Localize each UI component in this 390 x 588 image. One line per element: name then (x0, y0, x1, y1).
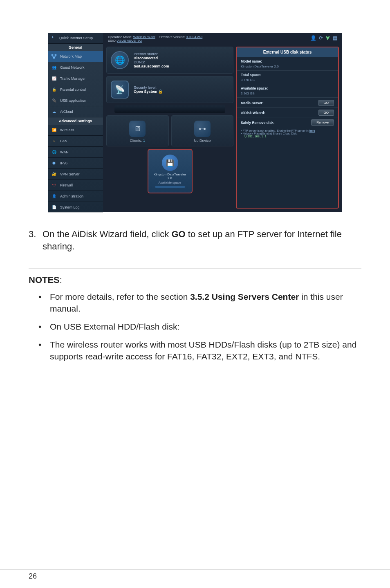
panel-notes: FTP server is not enabled. Enable the FT… (237, 127, 338, 141)
sidebar-item-usb-application[interactable]: 🔌 USB application (48, 95, 103, 106)
usb-device-tile[interactable]: 💾 Kingston DataTraveler 2.0 Available sp… (148, 149, 193, 193)
traffic-icon: 📈 (51, 76, 57, 81)
topbar-info: Operation Mode: Wireless router Firmware… (108, 35, 202, 43)
ssid-label: SSID: (108, 39, 117, 43)
sidebar-item-label: System Log (60, 205, 80, 209)
avail-row: Available space: (237, 84, 338, 92)
aidisk-label: AiDisk Wizard: (241, 111, 265, 115)
page-number: 26 (29, 572, 37, 581)
notes-list: For more details, refer to the section 3… (38, 291, 361, 362)
samba-note: Network Place(Samba) Share / Cloud Disk: (241, 132, 334, 135)
ftp-here-link[interactable]: here (309, 129, 315, 132)
network-icon (51, 54, 57, 59)
step-3: 3. On the AiDisk Wizard field, click GO … (29, 228, 361, 252)
language-icon[interactable]: ⮟ (325, 35, 330, 41)
separator-top (29, 269, 361, 269)
sidebar-item-label: LAN (60, 139, 67, 143)
sidebar: ✦ Quick Internet Setup General Network M… (48, 33, 103, 212)
ddns-label: DDNS: (134, 60, 229, 64)
note-3: The wireless router works with most USB … (38, 339, 361, 362)
avail-label: Available space: (241, 86, 268, 90)
external-usb-panel: External USB disk status Model name: Kin… (236, 47, 339, 209)
sidebar-item-firewall[interactable]: 🛡 Firewall (48, 180, 103, 191)
sidebar-item-guest-network[interactable]: 👥 Guest Network (48, 62, 103, 73)
note-1: For more details, refer to the section 3… (38, 291, 361, 314)
router-screenshot-container: ✦ Quick Internet Setup General Network M… (29, 33, 361, 212)
opmode-link[interactable]: Wireless router (133, 35, 155, 39)
sidebar-item-label: Wireless (60, 128, 74, 132)
usb-device-avail: Available space (152, 181, 188, 184)
guest-icon: 👥 (51, 65, 57, 70)
sidebar-item-label: Firewall (60, 183, 73, 187)
reboot-icon[interactable]: ⟳ (319, 35, 323, 41)
aidisk-go-button[interactable]: GO (318, 110, 334, 116)
media-go-button[interactable]: GO (318, 100, 334, 106)
section-advanced: Advanced Settings (48, 117, 103, 125)
usb-slot-tile[interactable]: ⊶ No Device (171, 115, 234, 146)
topbar: Operation Mode: Wireless router Firmware… (105, 34, 341, 45)
ddns-value: test.asuscomm.com (134, 64, 229, 68)
sidebar-item-parental-control[interactable]: 🔒 Parental control (48, 84, 103, 95)
sidebar-item-label: AiCloud (60, 110, 73, 114)
left-column: 🌐 Internet status: Disconnected DDNS: te… (106, 47, 233, 209)
total-value: 3.776 GB (237, 78, 338, 84)
separator-bottom (29, 369, 361, 369)
sidebar-item-administration[interactable]: 👤 Administration (48, 191, 103, 202)
bottom-tiles: 🖥 Clients: 1 ⊶ No Device (106, 115, 233, 146)
internet-status-tile[interactable]: 🌐 Internet status: Disconnected DDNS: te… (106, 47, 233, 74)
svg-rect-0 (52, 54, 53, 56)
sidebar-item-system-log[interactable]: 📄 System Log (48, 202, 103, 213)
admin-icon: 👤 (51, 193, 57, 199)
router-icon: 📡 (111, 81, 129, 99)
sidebar-item-label: Administration (60, 194, 83, 198)
wan-icon: 🌐 (51, 149, 57, 155)
page-footer (0, 570, 390, 570)
model-row: Model name: (237, 57, 338, 65)
usb-device-name: Kingston DataTraveler 2.0 (152, 173, 188, 180)
vpn-icon: 🔐 (51, 171, 57, 177)
model-value: Kingston DataTraveler 2.0 (237, 65, 338, 70)
sidebar-item-label: VPN Server (60, 172, 80, 176)
topbar-icons: 👤 ⟳ ⮟ ▤ (310, 35, 337, 41)
svg-rect-1 (55, 54, 56, 56)
security-tile[interactable]: 📡 Security level: Open System 🔓 (106, 76, 233, 103)
remove-row: Safely Remove disk: Remove (237, 117, 338, 127)
notes-heading: NOTES: (29, 275, 361, 285)
lock-icon: 🔒 (51, 87, 57, 92)
sidebar-item-label: IPv6 (60, 161, 67, 165)
sidebar-item-network-map[interactable]: Network Map (48, 51, 103, 62)
ip-address: \\192.168.1.1 (244, 135, 334, 138)
sidebar-item-aicloud[interactable]: ☁ AiCloud (48, 106, 103, 117)
svg-rect-2 (53, 57, 55, 59)
quick-internet-setup[interactable]: ✦ Quick Internet Setup (48, 33, 103, 44)
usb-icon: 🔌 (51, 98, 57, 103)
security-value: Open System 🔓 (134, 90, 229, 94)
usb-device-icon: 💾 (162, 155, 178, 171)
sidebar-item-traffic-manager[interactable]: 📈 Traffic Manager (48, 73, 103, 84)
step-text: On the AiDisk Wizard field, click GO to … (43, 228, 361, 252)
sidebar-item-ipv6[interactable]: ⬢ IPv6 (48, 158, 103, 169)
sidebar-item-label: Parental control (60, 88, 86, 92)
fw-link[interactable]: 3.0.0.4.260 (186, 35, 202, 39)
help-icon[interactable]: ▤ (333, 35, 337, 41)
firewall-icon: 🛡 (51, 182, 57, 188)
media-label: Media Server: (241, 101, 264, 105)
ipv6-icon: ⬢ (51, 160, 57, 166)
usb-slot-icon: ⊶ (194, 121, 211, 137)
panel-header: External USB disk status (237, 47, 338, 57)
ssid-link[interactable]: ASUS ASUS_5G (117, 39, 142, 43)
remove-button[interactable]: Remove (311, 119, 334, 126)
sidebar-item-label: Network Map (60, 54, 82, 58)
sidebar-item-label: USB application (60, 99, 86, 103)
media-row: Media Server: GO (237, 97, 338, 107)
opmode-label: Operation Mode: (108, 35, 132, 39)
cloud-icon: ☁ (51, 109, 57, 114)
clients-tile[interactable]: 🖥 Clients: 1 (106, 115, 169, 146)
logout-icon[interactable]: 👤 (310, 35, 316, 41)
sidebar-item-vpn-server[interactable]: 🔐 VPN Server (48, 169, 103, 180)
sidebar-item-lan[interactable]: ⌂ LAN (48, 136, 103, 147)
clients-text: Clients: 1 (110, 139, 165, 143)
log-icon: 📄 (51, 204, 57, 210)
sidebar-item-wan[interactable]: 🌐 WAN (48, 147, 103, 158)
sidebar-item-wireless[interactable]: 📶 Wireless (48, 125, 103, 136)
